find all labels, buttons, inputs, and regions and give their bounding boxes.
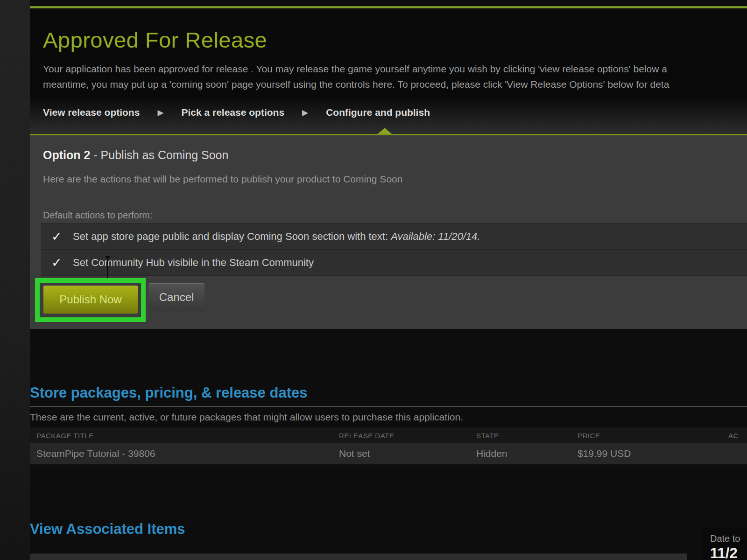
option-title-bold: Option 2 [43,148,90,161]
active-step-pointer-icon [378,128,392,134]
date-tooltip-value: 11/2 [710,545,738,560]
header-description-line2: meantime, you may put up a 'coming soon'… [43,79,747,90]
header-description-line1: Your application has been approved for r… [43,63,747,75]
text-cursor [107,257,108,279]
action-text-main: Set Community Hub visibile in the Steam … [73,257,314,268]
cell-price: $19.99 USD [578,448,631,459]
step-pick-a-release-options[interactable]: Pick a release options [181,107,284,118]
action-text-italic: Available: 11/20/14. [391,231,480,242]
action-text-main: Set app store page public and display Co… [73,231,391,242]
date-tooltip-label: Date to [710,533,740,544]
date-tooltip: Date to 11/2 [702,528,747,560]
section-divider [30,406,747,407]
table-row: SteamPipe Tutorial - 39806 Not set Hidde… [30,443,747,464]
option-title: Option 2 - Publish as Coming Soon [43,148,228,162]
cell-release-date: Not set [339,448,370,459]
option-subtitle: Here are the actions that will be perfor… [43,174,402,185]
annotation-highlight-box [35,278,146,322]
arrow-right-icon: ▶ [157,108,163,118]
associated-items-bar [30,553,687,560]
step-configure-and-publish[interactable]: Configure and publish [326,107,430,118]
view-associated-items-heading[interactable]: View Associated Items [30,521,185,538]
action-row: ✓ Set Community Hub visibile in the Stea… [41,249,747,276]
packages-table-header: PACKAGE TITLE RELEASE DATE STATE PRICE A… [30,427,747,443]
store-packages-description: These are the current, active, or future… [30,412,463,423]
cell-state: Hidden [476,448,507,459]
column-state: STATE [476,432,499,440]
page-title: Approved For Release [43,27,267,53]
step-view-release-options[interactable]: View release options [43,107,140,118]
checkmark-icon: ✓ [51,255,63,270]
action-row: ✓ Set app store page public and display … [41,223,747,249]
cancel-button[interactable]: Cancel [148,283,204,311]
breadcrumb: View release options ▶ Pick a release op… [43,107,430,118]
cell-package-title: SteamPipe Tutorial - 39806 [36,448,155,459]
action-text: Set Community Hub visibile in the Steam … [73,257,314,269]
page-left-gutter [0,0,30,560]
column-price: PRICE [578,432,600,440]
option-title-rest: - Publish as Coming Soon [90,148,228,161]
store-packages-heading[interactable]: Store packages, pricing, & release dates [30,385,307,401]
action-text: Set app store page public and display Co… [73,231,480,243]
arrow-right-icon: ▶ [302,108,308,118]
column-release-date: RELEASE DATE [339,432,394,440]
checkmark-icon: ✓ [51,229,63,244]
default-actions-label: Default actions to perform: [43,210,153,221]
column-actions-truncated: AC [728,432,739,440]
column-package-title: PACKAGE TITLE [36,432,94,440]
